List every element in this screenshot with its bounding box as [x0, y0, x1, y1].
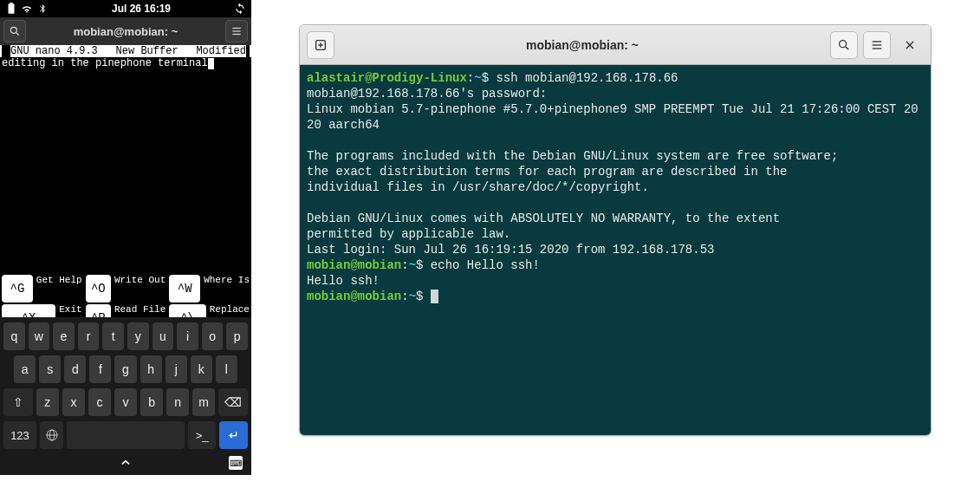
- nano-body[interactable]: editing in the pinephone terminal: [0, 57, 251, 69]
- rotate-icon: [234, 3, 246, 15]
- svg-line-14: [846, 47, 848, 49]
- terminal-line: The programs included with the Debian GN…: [307, 149, 838, 163]
- key-i[interactable]: i: [177, 322, 198, 350]
- key-f[interactable]: f: [89, 355, 111, 383]
- terminal-line: permitted by applicable law.: [307, 227, 510, 241]
- svg-rect-0: [9, 3, 15, 14]
- battery-icon: [5, 3, 17, 15]
- terminal-line: Debian GNU/Linux comes with ABSOLUTELY N…: [307, 211, 780, 225]
- svg-rect-16: [873, 44, 882, 45]
- svg-line-3: [16, 33, 19, 36]
- terminal-output[interactable]: alastair@Prodigy-Linux:~$ ssh mobian@192…: [300, 65, 931, 435]
- svg-rect-1: [10, 3, 13, 3]
- onscreen-keyboard: q w e r t y u i o p a s d f g h j k l ⇧ …: [0, 317, 251, 475]
- key-b[interactable]: b: [140, 388, 163, 416]
- hamburger-button[interactable]: [225, 20, 248, 42]
- terminal-cursor: [431, 290, 438, 303]
- wifi-icon: [21, 3, 33, 15]
- key-c[interactable]: c: [88, 388, 111, 416]
- key-k[interactable]: k: [191, 355, 212, 383]
- key-z[interactable]: z: [36, 388, 59, 416]
- prompt-user: mobian@mobian: [307, 258, 401, 272]
- close-button[interactable]: [896, 31, 924, 59]
- key-o[interactable]: o: [202, 322, 224, 350]
- key-t[interactable]: t: [102, 322, 124, 350]
- nano-header: GNU nano 4.9.3 New Buffer Modified: [0, 45, 251, 57]
- statusbar-time: Jul 26 16:19: [112, 3, 171, 15]
- key-enter[interactable]: ↵: [219, 421, 248, 449]
- key-globe[interactable]: [40, 421, 63, 449]
- phone-terminal-titlebar: mobian@mobian: ~: [0, 17, 251, 45]
- bluetooth-icon: [36, 3, 49, 15]
- desktop-terminal-window: mobian@mobian: ~ alastair@Prodigy-Linux:…: [299, 24, 931, 436]
- prompt-path: ~: [409, 290, 416, 303]
- terminal-line: Linux mobian 5.7-pinephone #5.7.0+pineph…: [307, 102, 918, 132]
- key-v[interactable]: v: [114, 388, 137, 416]
- svg-rect-5: [232, 30, 240, 31]
- nano-editor[interactable]: GNU nano 4.9.3 New Buffer Modified editi…: [0, 45, 251, 262]
- new-tab-button[interactable]: [307, 31, 334, 59]
- key-terminal[interactable]: >_: [188, 421, 217, 449]
- terminal-line: Hello ssh!: [307, 274, 380, 288]
- key-l[interactable]: l: [216, 355, 237, 383]
- svg-rect-15: [873, 41, 882, 42]
- svg-rect-17: [873, 48, 882, 49]
- svg-point-13: [840, 40, 847, 47]
- terminal-line: Last login: Sun Jul 26 16:19:15 2020 fro…: [307, 243, 714, 257]
- terminal-line: mobian@192.168.178.66's password:: [307, 87, 547, 101]
- key-r[interactable]: r: [78, 322, 100, 350]
- key-q[interactable]: q: [3, 322, 25, 350]
- desktop-search-button[interactable]: [830, 31, 858, 59]
- prompt-user: mobian@mobian: [307, 290, 401, 303]
- command-text: ssh mobian@192.168.178.66: [496, 71, 678, 85]
- svg-point-2: [10, 27, 16, 33]
- key-y[interactable]: y: [127, 322, 149, 350]
- prompt-path: ~: [409, 258, 416, 272]
- command-text: echo Hello ssh!: [431, 258, 540, 272]
- phone-navbar: ⌨: [3, 454, 248, 473]
- key-u[interactable]: u: [153, 322, 174, 350]
- key-w[interactable]: w: [29, 322, 50, 350]
- key-m[interactable]: m: [192, 388, 215, 416]
- phone-statusbar: Jul 26 16:19: [0, 0, 251, 17]
- keyboard-toggle-icon[interactable]: ⌨: [229, 456, 243, 470]
- prompt-path: ~: [474, 71, 481, 85]
- key-x[interactable]: x: [62, 388, 85, 416]
- key-n[interactable]: n: [166, 388, 189, 416]
- key-j[interactable]: j: [165, 355, 187, 383]
- key-backspace[interactable]: ⌫: [218, 388, 248, 416]
- key-space[interactable]: [67, 421, 185, 449]
- prompt-user: alastair@Prodigy-Linux: [307, 71, 467, 85]
- phone-screen: Jul 26 16:19 mobian@mobian: ~ GNU nano 4…: [0, 0, 251, 475]
- key-d[interactable]: d: [64, 355, 86, 383]
- nano-modified: Modified: [191, 45, 246, 57]
- key-g[interactable]: g: [114, 355, 136, 383]
- key-shift[interactable]: ⇧: [3, 388, 33, 416]
- key-p[interactable]: p: [226, 322, 248, 350]
- svg-rect-4: [232, 28, 240, 29]
- key-numbers[interactable]: 123: [3, 421, 36, 449]
- text-cursor: [208, 58, 214, 69]
- phone-terminal-title: mobian@mobian: ~: [74, 25, 178, 38]
- svg-rect-6: [232, 34, 240, 35]
- nano-version: GNU nano 4.9.3: [10, 45, 103, 57]
- key-a[interactable]: a: [14, 355, 36, 383]
- nav-up-icon[interactable]: [116, 456, 135, 472]
- search-button[interactable]: [3, 20, 26, 42]
- key-s[interactable]: s: [39, 355, 61, 383]
- key-h[interactable]: h: [140, 355, 162, 383]
- desktop-titlebar: mobian@mobian: ~: [300, 25, 931, 65]
- terminal-line: individual files in /usr/share/doc/*/cop…: [307, 180, 649, 194]
- terminal-line: the exact distribution terms for each pr…: [307, 165, 788, 179]
- key-e[interactable]: e: [53, 322, 75, 350]
- desktop-window-title: mobian@mobian: ~: [526, 38, 639, 52]
- desktop-hamburger-button[interactable]: [863, 31, 891, 59]
- nano-text: editing in the pinephone terminal: [2, 57, 208, 69]
- nano-buffer-name: New Buffer: [103, 45, 191, 57]
